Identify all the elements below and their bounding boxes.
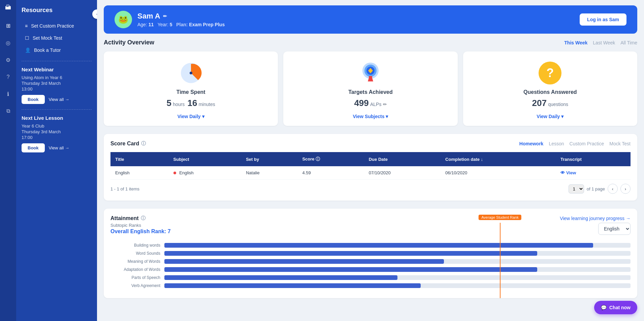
chart-label: Meaning of Words bbox=[110, 259, 160, 264]
row-subject: English bbox=[169, 166, 242, 180]
rank-info: Subtopic Ranks Overall English Rank: 7 bbox=[110, 223, 171, 240]
col-setby: Set by bbox=[241, 152, 297, 166]
login-as-button[interactable]: Log in as Sam bbox=[580, 13, 626, 26]
nav-icon-settings[interactable]: ⚙ bbox=[4, 55, 12, 65]
live-lesson-date: Thursday 3rd March bbox=[22, 129, 92, 134]
webinar-book-button[interactable]: Book bbox=[22, 95, 45, 104]
main-content: 🐸 Sam A ✏ Age: 11 Year: 5 Plan: Exam Pre… bbox=[97, 0, 644, 321]
sc-filter-mock[interactable]: Mock Test bbox=[609, 141, 631, 146]
edit-profile-icon[interactable]: ✏ bbox=[163, 13, 167, 19]
chart-bar bbox=[164, 275, 397, 280]
sc-filter-custom[interactable]: Custom Practice bbox=[570, 141, 604, 146]
scorecard-header: Score Card ⓘ Homework Lesson Custom Prac… bbox=[110, 141, 631, 147]
chart-row: Adaptation of Words bbox=[164, 267, 631, 272]
of-page-label: of 1 page bbox=[587, 186, 605, 191]
chat-button[interactable]: 💬 Chat now bbox=[594, 301, 637, 314]
view-subjects-button[interactable]: View Subjects ▾ bbox=[291, 114, 449, 119]
logo-icon: 🏔 bbox=[5, 4, 11, 11]
scorecard-table: Title Subject Set by Score ⓘ Due Date Co… bbox=[110, 152, 631, 180]
targets-number: 499 bbox=[354, 98, 368, 108]
nav-icon-grid[interactable]: ⊞ bbox=[4, 21, 12, 31]
next-page-button[interactable]: › bbox=[620, 184, 631, 194]
nav-icon-share[interactable]: ⧉ bbox=[4, 106, 12, 116]
scorecard-filters: Homework Lesson Custom Practice Mock Tes… bbox=[519, 141, 631, 146]
chart-area: Building wordsAverage Student RankWord S… bbox=[110, 243, 631, 288]
chart-label: Parts of Speech bbox=[110, 275, 160, 280]
filter-last-week[interactable]: Last Week bbox=[593, 40, 615, 45]
subtopic-label: Subtopic Ranks bbox=[110, 223, 171, 228]
attainment-body: Subtopic Ranks Overall English Rank: 7 E… bbox=[110, 223, 631, 240]
view-daily-label-questions: View Daily bbox=[537, 114, 560, 119]
col-transcript: Transcript bbox=[556, 152, 631, 166]
avatar-emoji: 🐸 bbox=[118, 15, 128, 24]
sidebar-item-tutor[interactable]: 👤 Book a Tutor bbox=[22, 45, 92, 56]
subject-select[interactable]: English Maths Science bbox=[598, 223, 631, 235]
profile-name-row: Sam A ✏ bbox=[137, 12, 225, 21]
chart-label: Building words bbox=[110, 243, 160, 248]
time-spent-title: Time Spent bbox=[112, 89, 270, 95]
attainment-title-text: Attainment bbox=[110, 215, 139, 221]
live-lesson-view-all-link[interactable]: View all → bbox=[49, 145, 69, 150]
sidebar-item-custom-practice[interactable]: ≡ Set Custom Practice bbox=[22, 21, 92, 31]
nav-icon-help[interactable]: ? bbox=[5, 72, 12, 82]
view-transcript-link[interactable]: 👁 View bbox=[560, 170, 626, 175]
profile-age: 11 bbox=[149, 22, 154, 27]
chart-row: Verb Agreement bbox=[164, 283, 631, 288]
col-duedate: Due Date bbox=[364, 152, 441, 166]
live-lesson-time: 17:00 bbox=[22, 135, 92, 140]
time-minutes-label: minutes bbox=[199, 102, 215, 107]
collapse-button[interactable]: ‹ bbox=[92, 9, 97, 19]
sidebar-title: Resources bbox=[22, 7, 92, 14]
sidebar-item-label-custom: Set Custom Practice bbox=[31, 23, 74, 29]
table-row: English English Natalie 4.59 07/10/2020 … bbox=[110, 166, 631, 180]
sidebar-item-label-tutor: Book a Tutor bbox=[34, 47, 61, 53]
webinar-actions: Book View all → bbox=[22, 95, 92, 104]
question-circle-shape: ? bbox=[539, 62, 561, 84]
activity-overview-title: Activity Overview bbox=[104, 39, 154, 46]
plan-label: Plan: bbox=[176, 22, 188, 27]
scorecard-thead: Title Subject Set by Score ⓘ Due Date Co… bbox=[110, 152, 631, 166]
chart-label: Word Sounds bbox=[110, 251, 160, 256]
view-journey-link[interactable]: View learning journey progress → bbox=[560, 216, 631, 221]
webinar-view-all-link[interactable]: View all → bbox=[49, 97, 69, 102]
scorecard-title: Score Card ⓘ bbox=[110, 141, 146, 147]
scorecard-section: Score Card ⓘ Homework Lesson Custom Prac… bbox=[104, 134, 637, 201]
row-duedate: 07/10/2020 bbox=[364, 166, 441, 180]
pagination-controls: 1 of 1 page ‹ › bbox=[569, 184, 631, 194]
filter-all-time[interactable]: All Time bbox=[620, 40, 637, 45]
profile-year: 5 bbox=[170, 22, 172, 27]
plan-value: Exam Prep Plus bbox=[189, 22, 225, 27]
overall-rank: Overall English Rank: 7 bbox=[110, 228, 171, 235]
row-score: 4.59 bbox=[297, 166, 364, 180]
row-title: English bbox=[110, 166, 169, 180]
chart-bar bbox=[164, 267, 537, 272]
scorecard-tbody: English English Natalie 4.59 07/10/2020 … bbox=[110, 166, 631, 180]
pagination-info: 1 - 1 of 1 items bbox=[110, 186, 139, 191]
targets-achieved-title: Targets Achieved bbox=[291, 89, 449, 95]
sc-filter-lesson[interactable]: Lesson bbox=[549, 141, 564, 146]
filter-this-week[interactable]: This Week bbox=[564, 40, 587, 45]
live-lesson-book-button[interactable]: Book bbox=[22, 143, 45, 152]
webinar-date: Thursday 3rd March bbox=[22, 81, 92, 86]
scorecard-info-icon: ⓘ bbox=[141, 141, 146, 147]
sidebar-item-mock-test[interactable]: ☐ Set Mock Test bbox=[22, 33, 92, 43]
nav-icon-info[interactable]: ℹ bbox=[5, 89, 11, 99]
targets-edit-icon[interactable]: ✏ bbox=[383, 102, 387, 107]
activity-cards: Time Spent 5 hours 16 minutes View Daily… bbox=[104, 51, 637, 126]
activity-overview-header: Activity Overview This Week Last Week Al… bbox=[104, 39, 637, 46]
view-daily-button-time[interactable]: View Daily ▾ bbox=[112, 114, 270, 119]
view-subjects-label: View Subjects bbox=[353, 114, 385, 119]
view-daily-button-questions[interactable]: View Daily ▾ bbox=[471, 114, 629, 119]
profile-name-text: Sam A bbox=[137, 12, 160, 21]
questions-answered-title: Questions Answered bbox=[471, 89, 629, 95]
prev-page-button[interactable]: ‹ bbox=[608, 184, 618, 194]
page-select[interactable]: 1 bbox=[569, 184, 584, 193]
nav-icon-target[interactable]: ◎ bbox=[4, 38, 12, 48]
row-setby: Natalie bbox=[241, 166, 297, 180]
chart-label: Verb Agreement bbox=[110, 283, 160, 288]
profile-info: Sam A ✏ Age: 11 Year: 5 Plan: Exam Prep … bbox=[137, 12, 225, 27]
view-daily-label-time: View Daily bbox=[178, 114, 201, 119]
time-hours: 5 bbox=[167, 98, 171, 108]
divider-2 bbox=[22, 109, 92, 110]
sc-filter-homework[interactable]: Homework bbox=[519, 141, 544, 146]
